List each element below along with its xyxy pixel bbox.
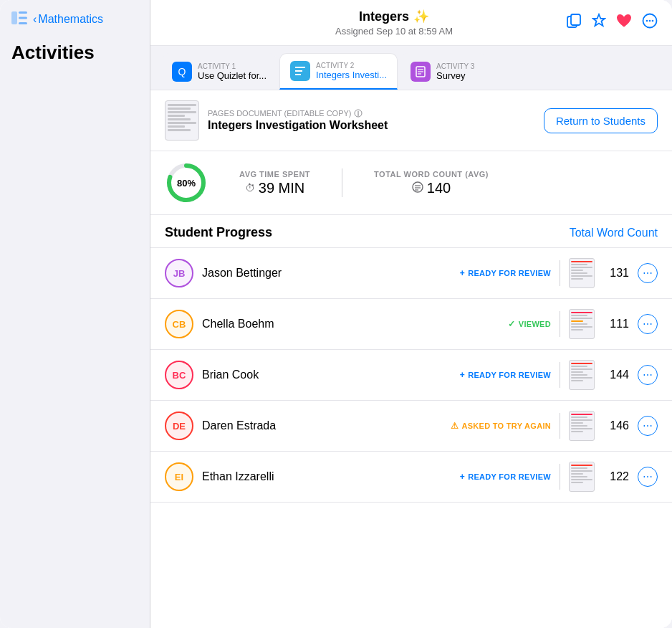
doc-thumbnail — [165, 100, 199, 141]
sidebar: ‹ Mathematics Activities — [0, 0, 150, 628]
word-count-value: 131 — [603, 267, 629, 280]
tab-1-icon: Q — [172, 62, 192, 82]
status-badge: ✓ VIEWED — [508, 319, 551, 329]
clock-icon: ⏱ — [245, 182, 255, 194]
header-subtitle: Assigned Sep 10 at 8:59 AM — [335, 26, 453, 37]
svg-point-8 — [649, 20, 651, 22]
word-count-value: 146 — [603, 419, 629, 432]
more-options-button[interactable] — [642, 13, 658, 32]
avatar: BC — [165, 361, 193, 389]
student-name: Daren Estrada — [202, 419, 442, 432]
tab-activity-1[interactable]: Q ACTIVITY 1 Use Quizlet for... — [162, 53, 277, 90]
header-title-group: Integers ✨ Assigned Sep 10 at 8:59 AM — [335, 9, 453, 37]
progress-pct-label: 80% — [177, 178, 196, 189]
table-row: BC Brian Cook + READY FOR REVIEW 144 ⋯ — [150, 350, 672, 401]
avatar: CB — [165, 310, 193, 338]
row-divider — [560, 464, 560, 490]
tab-2-icon — [290, 61, 310, 81]
header: Integers ✨ Assigned Sep 10 at 8:59 AM — [150, 0, 672, 46]
table-row: EI Ethan Izzarelli + READY FOR REVIEW 12… — [150, 452, 672, 503]
svg-rect-1 — [19, 11, 27, 14]
svg-point-19 — [413, 182, 423, 192]
row-divider — [560, 413, 560, 439]
stats-row: 80% AVG TIME SPENT ⏱ 39 MIN TOTAL WORD C… — [150, 151, 672, 215]
status-badge: + READY FOR REVIEW — [460, 472, 551, 482]
table-row: CB Chella Boehm ✓ VIEWED 111 ⋯ — [150, 299, 672, 350]
student-doc-thumbnail[interactable] — [569, 258, 595, 288]
activity-tabs: Q ACTIVITY 1 Use Quizlet for... ACTIVITY… — [150, 46, 672, 90]
word-count-avg-label: TOTAL WORD COUNT (AVG) — [374, 170, 489, 179]
status-icon: + — [460, 268, 465, 278]
svg-point-16 — [358, 115, 360, 116]
word-count-column-label: Total Word Count — [570, 227, 658, 239]
sidebar-toggle-icon[interactable] — [11, 11, 27, 27]
duplicate-button[interactable] — [566, 13, 582, 32]
student-name: Jason Bettinger — [202, 267, 451, 280]
avatar: DE — [165, 411, 193, 440]
svg-rect-3 — [19, 22, 27, 24]
document-section: PAGES DOCUMENT (EDITABLE COPY) Integers … — [150, 90, 672, 151]
word-count-avg-value: 140 — [412, 180, 451, 196]
student-more-button[interactable]: ⋯ — [638, 263, 658, 283]
progress-header: Student Progress Total Word Count — [150, 215, 672, 248]
status-badge: + READY FOR REVIEW — [460, 370, 551, 380]
word-count-value: 111 — [603, 318, 629, 330]
table-row: JB Jason Bettinger + READY FOR REVIEW 13… — [150, 248, 672, 299]
student-doc-thumbnail[interactable] — [569, 462, 595, 492]
table-row: DE Daren Estrada ⚠ ASKED TO TRY AGAIN 14… — [150, 401, 672, 452]
student-more-button[interactable]: ⋯ — [638, 365, 658, 385]
sidebar-top: ‹ Mathematics — [0, 0, 150, 36]
word-count-stat: TOTAL WORD COUNT (AVG) 140 — [360, 170, 503, 196]
avatar: EI — [165, 462, 193, 491]
tab-3-icon — [411, 62, 431, 82]
word-count-value: 144 — [603, 368, 629, 381]
row-divider — [560, 311, 560, 337]
back-button[interactable]: ‹ Mathematics — [33, 13, 103, 26]
svg-rect-5 — [571, 14, 580, 25]
student-name: Ethan Izzarelli — [202, 470, 451, 483]
row-divider — [560, 260, 560, 286]
header-actions — [566, 13, 658, 32]
document-meta: PAGES DOCUMENT (EDITABLE COPY) Integers … — [208, 109, 388, 132]
svg-point-7 — [646, 20, 648, 22]
svg-rect-2 — [19, 17, 27, 19]
document-name: Integers Investigation Worksheet — [208, 119, 388, 132]
activities-heading: Activities — [0, 36, 150, 75]
student-doc-thumbnail[interactable] — [569, 411, 595, 441]
pin-button[interactable] — [592, 13, 606, 32]
status-badge: + READY FOR REVIEW — [460, 268, 551, 278]
student-more-button[interactable]: ⋯ — [638, 314, 658, 334]
document-info: PAGES DOCUMENT (EDITABLE COPY) Integers … — [165, 100, 388, 141]
status-icon: ⚠ — [451, 421, 459, 431]
avg-time-stat: AVG TIME SPENT ⏱ 39 MIN — [225, 170, 325, 196]
main-content: Integers ✨ Assigned Sep 10 at 8:59 AM — [150, 0, 672, 628]
back-label: Mathematics — [38, 13, 103, 26]
student-progress-title: Student Progress — [165, 225, 272, 240]
students-list: JB Jason Bettinger + READY FOR REVIEW 13… — [150, 248, 672, 503]
progress-ring: 80% — [165, 161, 208, 204]
tab-activity-2[interactable]: ACTIVITY 2 Integers Investi... — [279, 53, 398, 90]
student-doc-thumbnail[interactable] — [569, 309, 595, 339]
word-count-icon — [412, 181, 423, 195]
svg-rect-0 — [11, 11, 17, 24]
row-divider — [560, 362, 560, 388]
student-more-button[interactable]: ⋯ — [638, 467, 658, 487]
avg-time-label: AVG TIME SPENT — [239, 170, 310, 179]
stats-divider — [342, 168, 342, 197]
status-icon: ✓ — [508, 319, 515, 329]
progress-section: Student Progress Total Word Count JB Jas… — [150, 215, 672, 628]
tab-activity-3[interactable]: ACTIVITY 3 Survey — [400, 53, 486, 90]
student-more-button[interactable]: ⋯ — [638, 416, 658, 436]
student-name: Chella Boehm — [202, 318, 499, 330]
heart-button[interactable] — [616, 14, 632, 32]
status-badge: ⚠ ASKED TO TRY AGAIN — [451, 421, 551, 431]
svg-point-9 — [652, 20, 654, 22]
student-name: Brian Cook — [202, 368, 451, 381]
status-icon: + — [460, 472, 465, 482]
status-icon: + — [460, 370, 465, 380]
return-to-students-button[interactable]: Return to Students — [544, 108, 658, 133]
student-doc-thumbnail[interactable] — [569, 360, 595, 390]
avg-time-value: ⏱ 39 MIN — [245, 180, 304, 196]
page-title: Integers ✨ — [335, 9, 453, 24]
doc-type-label: PAGES DOCUMENT (EDITABLE COPY) — [208, 109, 388, 118]
